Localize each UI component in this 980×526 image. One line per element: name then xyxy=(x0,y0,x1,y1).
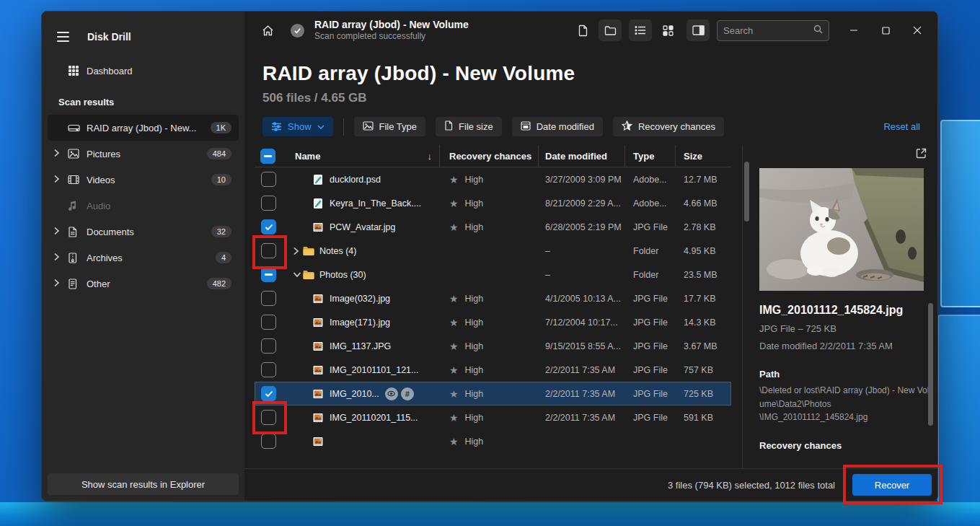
row-checkbox[interactable] xyxy=(261,219,276,234)
grid-view-icon[interactable] xyxy=(656,19,679,41)
folder-view-icon[interactable] xyxy=(599,19,622,41)
other-icon xyxy=(68,279,87,289)
chevron-right-icon[interactable] xyxy=(288,247,302,255)
count-badge: 484 xyxy=(207,148,231,159)
row-checkbox[interactable] xyxy=(261,338,276,354)
star-icon: ★ xyxy=(449,341,459,352)
file-view-icon[interactable] xyxy=(571,19,594,41)
maximize-button[interactable] xyxy=(870,17,901,43)
recover-button[interactable]: Recover xyxy=(852,474,932,496)
table-row-pcw-avatar-jpg[interactable]: PCW_Avatar.jpg★High6/28/2005 2:19 PMJPG … xyxy=(255,215,731,239)
row-checkbox[interactable] xyxy=(261,362,276,377)
row-checkbox[interactable] xyxy=(261,291,276,306)
hamburger-menu-icon[interactable] xyxy=(50,26,75,48)
videos-icon xyxy=(68,175,87,185)
sidebar: Disk Drill Dashboard Scan results RAID a… xyxy=(42,12,244,501)
star-icon: ★ xyxy=(449,364,459,376)
chevron-right-icon[interactable] xyxy=(53,277,60,290)
sidebar-item-raid-array-jbod-new[interactable]: RAID array (Jbod) - New...1K xyxy=(48,115,239,141)
table-row-img-20110201-115[interactable]: IMG_20110201_115...★High2/2/2011 7:35 AM… xyxy=(255,406,731,429)
scan-complete-icon xyxy=(291,24,304,38)
table-row-img-2010[interactable]: IMG_2010...#★High2/2/2011 7:35 AMJPG Fil… xyxy=(255,382,731,406)
chevron-right-icon[interactable] xyxy=(53,225,60,238)
column-header-size[interactable]: Size xyxy=(675,145,731,167)
sidebar-item-other[interactable]: Other482 xyxy=(48,271,239,297)
row-checkbox[interactable] xyxy=(261,315,276,330)
column-header-type[interactable]: Type xyxy=(624,145,675,167)
table-row-ducklord-psd[interactable]: ducklord.psd★High3/27/2009 3:09 PMAdobe.… xyxy=(255,167,731,191)
page-subtitle: 506 files / 4.65 GB xyxy=(262,91,937,105)
drive-icon xyxy=(68,123,87,133)
select-all-checkbox[interactable] xyxy=(260,149,275,164)
column-header-date[interactable]: Date modified xyxy=(538,145,624,167)
file-size-filter-button[interactable]: File size xyxy=(436,117,502,136)
row-checkbox[interactable] xyxy=(261,434,276,449)
jpg-file-icon xyxy=(312,293,330,304)
audio-icon xyxy=(68,201,87,211)
jpg-file-icon xyxy=(312,436,330,447)
page-title: RAID array (Jbod) - New Volume xyxy=(262,62,937,85)
jpg-file-icon xyxy=(312,341,330,352)
recovery-chances-icon xyxy=(622,120,632,133)
column-header-name[interactable]: Name xyxy=(295,151,320,162)
sidebar-item-archives[interactable]: Archives4 xyxy=(48,245,239,271)
preview-recovery-label: Recovery chances xyxy=(759,440,937,451)
open-external-icon[interactable] xyxy=(915,147,927,162)
close-button[interactable] xyxy=(901,17,933,43)
table-row-image-171-jpg[interactable]: Image(171).jpg★High7/12/2004 10:17...JPG… xyxy=(255,310,731,334)
show-scan-results-in-explorer-button[interactable]: Show scan results in Explorer xyxy=(48,473,239,495)
jpg-file-icon xyxy=(312,412,330,424)
count-badge: 482 xyxy=(207,278,231,289)
jpg-file-icon xyxy=(312,317,330,328)
chevron-right-icon[interactable] xyxy=(53,147,60,160)
show-filter-button[interactable]: Show xyxy=(262,117,333,136)
file-type-filter-button[interactable]: File Type xyxy=(354,117,426,136)
date-modified-filter-button[interactable]: Date modified xyxy=(512,117,603,136)
row-checkbox[interactable] xyxy=(261,196,276,211)
row-checkbox[interactable] xyxy=(261,267,276,282)
details-scrollbar[interactable] xyxy=(928,303,933,426)
pictures-icon xyxy=(68,149,87,159)
sidebar-item-label: Dashboard xyxy=(87,66,231,76)
table-row-img-20101101-121[interactable]: IMG_20101101_121...★High2/2/2011 7:35 AM… xyxy=(255,358,731,382)
sidebar-item-pictures[interactable]: Pictures484 xyxy=(48,141,239,167)
row-checkbox[interactable] xyxy=(261,386,276,401)
table-row-keyra-in-the-back[interactable]: Keyra_In_The_Back....★High8/21/2009 2:29… xyxy=(255,191,731,215)
jpg-file-icon xyxy=(312,388,330,400)
sort-descending-icon[interactable]: ↓ xyxy=(428,151,433,162)
star-icon: ★ xyxy=(449,412,459,424)
file-size-icon xyxy=(444,120,453,133)
table-row-partial[interactable]: ★High xyxy=(255,429,731,453)
panel-toggle-icon[interactable] xyxy=(687,19,710,41)
sidebar-item-videos[interactable]: Videos10 xyxy=(48,167,239,193)
row-checkbox[interactable] xyxy=(261,172,276,187)
bottom-bar: 3 files (794 KB) selected, 1012 files to… xyxy=(244,468,937,501)
eye-badge-icon xyxy=(385,387,398,400)
search-input[interactable] xyxy=(723,25,813,36)
table-row-img-1137-jpg[interactable]: IMG_1137.JPG★High9/15/2015 8:55 A...JPG … xyxy=(255,334,731,358)
reset-all-link[interactable]: Reset all xyxy=(883,121,920,132)
file-type-icon xyxy=(363,121,374,133)
home-icon[interactable] xyxy=(256,19,279,41)
column-header-recovery[interactable]: Recovery chances xyxy=(439,145,538,167)
chevron-right-icon[interactable] xyxy=(53,173,60,186)
preview-image-cat xyxy=(759,168,924,291)
sidebar-item-documents[interactable]: Documents32 xyxy=(48,219,239,245)
sidebar-item-dashboard[interactable]: Dashboard xyxy=(48,58,239,84)
star-icon: ★ xyxy=(449,174,459,185)
sidebar-item-audio[interactable]: Audio xyxy=(48,193,239,219)
chevron-right-icon[interactable] xyxy=(53,251,60,264)
row-checkbox[interactable] xyxy=(261,410,276,425)
topbar-title: RAID array (Jbod) - New Volume xyxy=(314,19,469,32)
row-checkbox[interactable] xyxy=(261,243,276,258)
table-row-photos-30[interactable]: Photos (30)–Folder23.5 MB xyxy=(255,263,731,286)
table-row-notes-4[interactable]: Notes (4)–Folder4.95 KB xyxy=(255,239,731,263)
filter-row: Show File Type File size Date modified R… xyxy=(244,105,937,136)
recovery-chances-filter-button[interactable]: Recovery chances xyxy=(613,117,724,136)
star-icon: ★ xyxy=(449,436,459,447)
chevron-down-icon[interactable] xyxy=(288,271,302,278)
minimize-button[interactable] xyxy=(838,17,870,43)
list-view-icon[interactable] xyxy=(629,19,652,41)
folder-icon xyxy=(302,269,319,281)
table-row-image-032-jpg[interactable]: Image(032).jpg★High4/1/2005 10:13 A...JP… xyxy=(255,286,731,310)
